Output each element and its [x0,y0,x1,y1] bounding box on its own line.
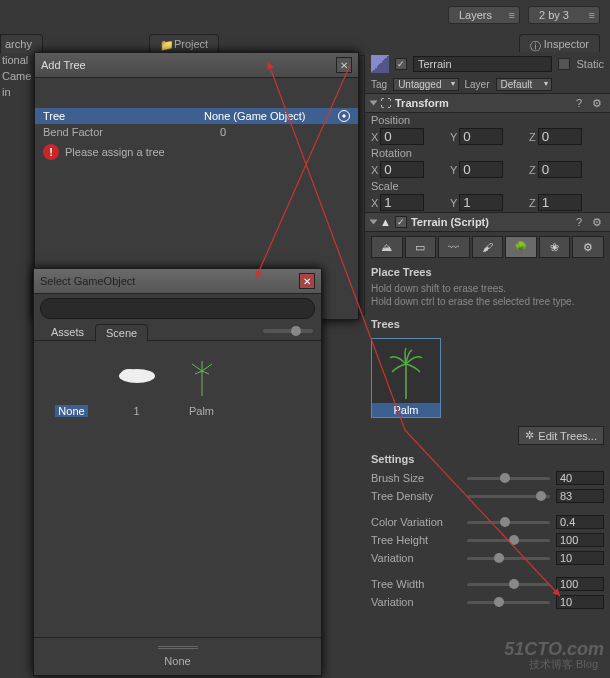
add-tree-title: Add Tree [41,59,336,71]
help-icon[interactable]: ? [576,97,588,109]
svg-line-4 [202,364,212,371]
hierarchy-item[interactable]: Came [0,68,32,84]
tag-label: Tag [371,79,387,90]
rotation-x[interactable] [380,161,424,178]
rotation-y[interactable] [459,161,503,178]
asset-item-1[interactable]: 1 [109,351,164,611]
tool-paint-texture[interactable]: 🖌 [472,236,504,258]
tool-paint-details[interactable]: ❀ [539,236,571,258]
error-message: Please assign a tree [65,146,165,158]
tab-project[interactable]: 📁 Project [149,34,219,53]
inspector-panel: Terrain Static Tag Untagged Layer Defaul… [365,52,610,678]
terrain-title: Terrain (Script) [411,216,572,228]
terrain-icon: ▲ [380,216,391,228]
object-picker-icon[interactable] [338,110,350,122]
tab-hierarchy[interactable]: archy [0,34,43,53]
slider-value[interactable]: 100 [556,533,604,547]
tool-raise-lower[interactable]: ⛰ [371,236,403,258]
hint-text: Hold down ctrl to erase the selected tre… [371,295,604,308]
layer-label: Layer [465,79,490,90]
layer-dropdown[interactable]: Default [496,78,552,91]
hierarchy-item[interactable]: in [0,84,32,100]
thumbnail-size-slider[interactable] [263,329,313,333]
search-input[interactable] [40,298,315,319]
close-icon[interactable]: ✕ [299,273,315,289]
foldout-icon[interactable] [370,101,378,106]
slider-label: Variation [371,552,461,564]
asset-item-palm[interactable]: Palm [174,351,229,611]
bend-factor-label: Bend Factor [43,126,220,138]
hint-text: Hold down shift to erase trees. [371,282,604,295]
slider-label: Tree Density [371,490,461,502]
tree-field-label: Tree [43,110,204,122]
static-checkbox[interactable] [558,58,570,70]
layers-dropdown[interactable]: Layers [448,6,520,24]
edit-trees-button[interactable]: ✲ Edit Trees... [518,426,604,445]
cloud-icon [112,351,162,401]
scale-x[interactable] [380,194,424,211]
transform-icon: ⛶ [380,97,391,109]
tree-field-value: None (Game Object) [204,110,334,122]
help-icon[interactable]: ? [576,216,588,228]
tool-paint-height[interactable]: ▭ [405,236,437,258]
position-label: Position [371,114,425,126]
slider-value[interactable]: 10 [556,551,604,565]
gear-icon: ✲ [525,429,534,442]
tool-settings[interactable]: ⚙ [572,236,604,258]
tool-smooth[interactable]: 〰 [438,236,470,258]
error-icon: ! [43,144,59,160]
slider-value[interactable]: 0.4 [556,515,604,529]
hierarchy-item[interactable]: tional [0,52,32,68]
slider-value[interactable]: 100 [556,577,604,591]
gear-icon[interactable]: ⚙ [592,216,604,228]
scale-y[interactable] [459,194,503,211]
none-thumb [47,351,97,401]
palm-icon [177,351,227,401]
folder-icon: 📁 [160,39,170,49]
trees-label: Trees [365,314,610,334]
gear-icon[interactable]: ⚙ [592,97,604,109]
close-icon[interactable]: ✕ [336,57,352,73]
edit-trees-label: Edit Trees... [538,430,597,442]
asset-name: None [55,405,87,417]
gameobject-icon [371,55,389,73]
foldout-icon[interactable] [370,220,378,225]
position-z[interactable] [538,128,582,145]
slider-variation2[interactable] [467,601,550,604]
terrain-enabled-checkbox[interactable] [395,216,407,228]
position-y[interactable] [459,128,503,145]
position-x[interactable] [380,128,424,145]
scale-z[interactable] [538,194,582,211]
resize-handle-icon[interactable] [158,646,198,649]
tab-inspector-label: Inspector [544,38,589,50]
settings-label: Settings [365,449,610,469]
layout-dropdown[interactable]: 2 by 3 [528,6,600,24]
slider-value[interactable]: 40 [556,471,604,485]
tree-prototype-palm[interactable]: Palm [371,338,441,418]
slider-variation1[interactable] [467,557,550,560]
slider-brush_size[interactable] [467,477,550,480]
rotation-z[interactable] [538,161,582,178]
scale-label: Scale [371,180,425,192]
tab-assets[interactable]: Assets [40,323,95,341]
slider-tree_density[interactable] [467,495,550,498]
slider-value[interactable]: 83 [556,489,604,503]
gameobject-name-field[interactable]: Terrain [413,56,552,72]
tab-scene[interactable]: Scene [95,324,148,342]
transform-title: Transform [395,97,572,109]
slider-label: Brush Size [371,472,461,484]
tag-dropdown[interactable]: Untagged [393,78,458,91]
bend-factor-row[interactable]: Bend Factor 0 [35,124,358,140]
slider-tree_width[interactable] [467,583,550,586]
tree-field-row[interactable]: Tree None (Game Object) [35,108,358,124]
active-checkbox[interactable] [395,58,407,70]
tab-inspector[interactable]: ⓘ Inspector [519,34,600,53]
slider-color_variation[interactable] [467,521,550,524]
palm-icon [386,339,426,403]
asset-item-none[interactable]: None [44,351,99,611]
slider-value[interactable]: 10 [556,595,604,609]
watermark-sub: 技术博客 Blog [529,657,598,672]
slider-tree_height[interactable] [467,539,550,542]
slider-label: Tree Width [371,578,461,590]
tool-place-trees[interactable]: 🌳 [505,236,537,258]
